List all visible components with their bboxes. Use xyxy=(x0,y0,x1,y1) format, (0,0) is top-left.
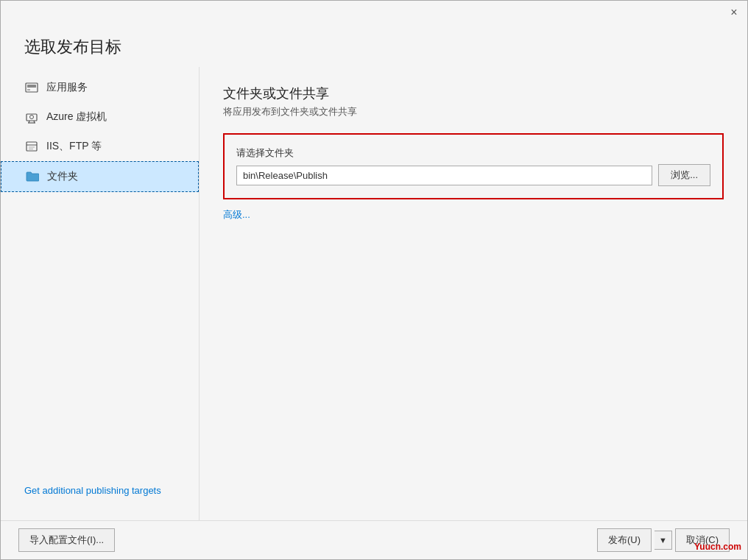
dialog-title: 选取发布目标 xyxy=(24,36,724,58)
sidebar-item-iis-ftp[interactable]: IIS、FTP 等 xyxy=(1,132,199,161)
svg-rect-1 xyxy=(27,85,36,88)
import-config-button[interactable]: 导入配置文件(I)... xyxy=(18,528,115,552)
sidebar-item-folder[interactable]: 文件夹 xyxy=(1,161,199,192)
sidebar-item-label-app-service: 应用服务 xyxy=(46,81,88,94)
sidebar-item-label-azure-vm: Azure 虚拟机 xyxy=(46,110,107,124)
additional-targets-link[interactable]: Get additional publishing targets xyxy=(24,485,161,496)
footer-left: 导入配置文件(I)... xyxy=(18,528,115,552)
azure-vm-icon xyxy=(24,110,39,124)
sidebar-item-label-folder: 文件夹 xyxy=(47,170,78,183)
sidebar-footer: Get additional publishing targets xyxy=(1,472,199,514)
dialog-header: 选取发布目标 xyxy=(1,24,747,67)
browse-button[interactable]: 浏览... xyxy=(658,164,710,186)
folder-icon xyxy=(25,169,40,184)
content-subtitle: 将应用发布到文件夹或文件共享 xyxy=(223,105,724,118)
watermark: Yuucn.com xyxy=(694,542,741,552)
svg-rect-2 xyxy=(27,89,30,91)
close-button[interactable]: × xyxy=(727,5,741,20)
app-service-icon xyxy=(24,80,39,95)
dialog-footer: 导入配置文件(I)... 发布(U) ▼ 取消(C) xyxy=(1,520,747,559)
sidebar-item-app-service[interactable]: 应用服务 xyxy=(1,73,199,102)
sidebar-item-azure-vm[interactable]: Azure 虚拟机 xyxy=(1,102,199,132)
main-content: 文件夹或文件共享 将应用发布到文件夹或文件共享 请选择文件夹 浏览... 高级.… xyxy=(200,67,747,520)
content-title: 文件夹或文件共享 xyxy=(223,85,724,102)
folder-label: 请选择文件夹 xyxy=(236,146,710,160)
sidebar-item-label-iis-ftp: IIS、FTP 等 xyxy=(46,140,102,153)
advanced-link[interactable]: 高级... xyxy=(223,208,250,221)
titlebar: × xyxy=(1,1,747,24)
svg-rect-8 xyxy=(27,142,37,151)
svg-point-7 xyxy=(30,116,34,119)
dialog-body: 应用服务 Azure 虚拟机 xyxy=(1,67,747,520)
folder-path-input[interactable] xyxy=(236,166,652,185)
publish-dropdown-button[interactable]: ▼ xyxy=(654,531,672,550)
publish-button[interactable]: 发布(U) xyxy=(597,528,652,552)
iis-icon xyxy=(24,139,39,154)
sidebar: 应用服务 Azure 虚拟机 xyxy=(1,67,200,520)
folder-section: 请选择文件夹 浏览... xyxy=(223,133,724,199)
folder-input-row: 浏览... xyxy=(236,164,710,186)
publish-target-dialog: × 选取发布目标 应用服务 xyxy=(0,0,748,560)
